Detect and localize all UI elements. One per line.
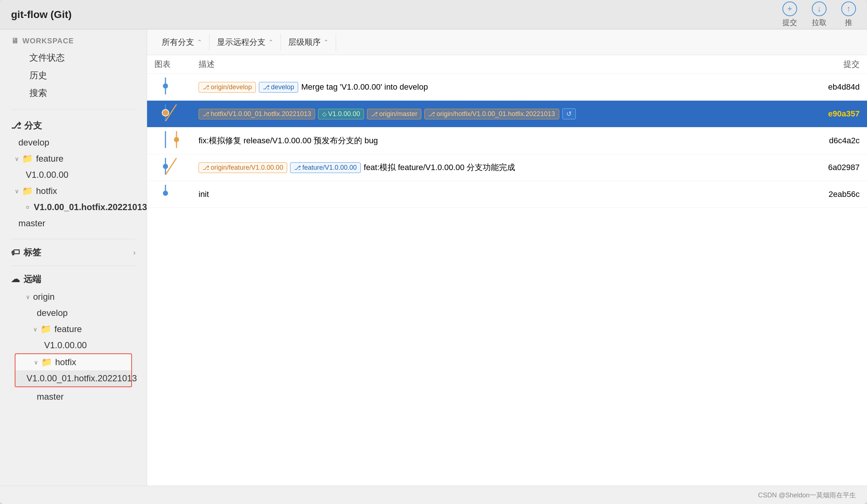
- tags-label: 标签: [24, 246, 41, 258]
- master-label: master: [18, 218, 45, 228]
- commit-row-eb4d84d[interactable]: ⎇ origin/develop ⎇ develop Merge tag 'V1…: [147, 74, 867, 101]
- main-layout: 🖥 WORKSPACE 文件状态 历史 搜索 ⎇ 分支: [0, 29, 867, 486]
- workspace-header: 🖥 WORKSPACE: [11, 37, 136, 45]
- show-remote-label: 显示远程分支: [217, 37, 265, 48]
- tag-icon: 🏷: [11, 247, 20, 258]
- svg-point-4: [162, 109, 169, 116]
- tag-feature-local: ⎇ feature/V1.0.00.00: [290, 162, 361, 173]
- tag-origin-master: ⎇ origin/master: [367, 109, 421, 119]
- commit-row-d6c4a2c[interactable]: fix:模拟修复 release/V1.0.00.00 预发布分支的 bug d…: [147, 127, 867, 154]
- svg-point-12: [163, 191, 168, 196]
- commit-row-6a02987[interactable]: ⎇ origin/feature/V1.0.00.00 ⎇ feature/V1…: [147, 154, 867, 181]
- folder-icon-origin-hotfix: 📁: [41, 357, 52, 367]
- monitor-icon: 🖥: [11, 37, 19, 45]
- folder-icon-hotfix: 📁: [22, 186, 33, 196]
- app-window: git-flow (Git) + 提交 ↓ 拉取 ↑ 推 🖥 WORKSPAC: [0, 0, 867, 504]
- hash-cell-5: 2eab56c: [804, 190, 860, 199]
- desc-cell-1: ⎇ origin/develop ⎇ develop Merge tag 'V1…: [199, 82, 804, 93]
- show-remote-dropdown[interactable]: 显示远程分支 ⌃: [210, 34, 281, 51]
- branches-label: 分支: [24, 120, 42, 132]
- chevron-down-icon: ∨: [15, 155, 19, 162]
- tags-arrow-icon: ›: [133, 248, 136, 257]
- develop-label: develop: [18, 137, 49, 148]
- tag-local-arrow: ↺: [562, 108, 576, 119]
- sidebar-item-search[interactable]: 搜索: [11, 84, 136, 102]
- graph-cell-3: [154, 131, 199, 150]
- desc-cell-2: ⎇ hotfix/V1.0.00_01.hotfix.20221013 ◇ V1…: [199, 108, 804, 119]
- col-commit-header: 提交: [804, 59, 860, 70]
- branch-item-master[interactable]: master: [0, 215, 147, 231]
- hash-cell-4: 6a02987: [804, 163, 860, 172]
- col-graph-header: 图表: [154, 59, 199, 70]
- folder-icon-origin-feature: 📁: [40, 324, 51, 334]
- divider-3: [11, 266, 136, 266]
- commit-label: 提交: [782, 18, 797, 28]
- tag-hotfix-remote: ⎇ hotfix/V1.0.00_01.hotfix.20221013: [199, 109, 315, 119]
- sidebar-item-history[interactable]: 历史: [11, 66, 136, 84]
- push-button[interactable]: ↑ 推: [841, 1, 856, 28]
- commit-row-2eab56c[interactable]: init 2eab56c: [147, 181, 867, 208]
- graph-svg-1: [154, 78, 191, 94]
- sidebar-item-file-status[interactable]: 文件状态: [11, 49, 136, 66]
- hierarchy-arrow-icon: ⌃: [324, 39, 328, 46]
- push-label: 推: [845, 18, 852, 28]
- hotfix-children: ○ V1.0.00_01.hotfix.20221013: [7, 199, 147, 215]
- commit-row-e90a357[interactable]: ⎇ hotfix/V1.0.00_01.hotfix.20221013 ◇ V1…: [147, 101, 867, 127]
- branch-folder-hotfix[interactable]: ∨ 📁 hotfix: [0, 183, 147, 199]
- divider-2: [11, 239, 136, 239]
- branch-item-develop[interactable]: develop: [0, 134, 147, 151]
- origin-label: origin: [33, 292, 55, 302]
- feature-children: V1.0.00.00: [7, 167, 147, 183]
- branch-item-feature-v1[interactable]: V1.0.00.00: [7, 167, 147, 183]
- workspace-label: WORKSPACE: [22, 37, 74, 45]
- feature-label: feature: [36, 154, 64, 164]
- remote-origin-hotfix-folder[interactable]: ∨ 📁 hotfix: [15, 354, 131, 370]
- branch-folder-feature[interactable]: ∨ 📁 feature: [0, 151, 147, 167]
- remote-origin-folder[interactable]: ∨ origin: [11, 289, 136, 305]
- remote-origin-feature-v1[interactable]: V1.0.00.00: [18, 337, 136, 353]
- pull-button[interactable]: ↓ 拉取: [812, 1, 827, 28]
- branches-section: ⎇ 分支 develop ∨ 📁 feature V1.0.00.00: [0, 113, 147, 235]
- folder-icon-feature: 📁: [22, 154, 33, 164]
- remote-origin-master[interactable]: master: [11, 389, 136, 405]
- footer-text: CSDN @Sheldon一莫烟雨在平生: [758, 491, 856, 500]
- tag-origin-feature: ⎇ origin/feature/V1.0.00.00: [199, 162, 287, 173]
- toolbar: 所有分支 ⌃ 显示远程分支 ⌃ 层级顺序 ⌃: [147, 29, 867, 55]
- hash-cell-2: e90a357: [804, 109, 860, 119]
- cloud-icon: ☁: [11, 274, 20, 284]
- desc-cell-4: ⎇ origin/feature/V1.0.00.00 ⎇ feature/V1…: [199, 162, 804, 173]
- hash-cell-3: d6c4a2c: [804, 136, 860, 145]
- branches-header: ⎇ 分支: [0, 117, 147, 134]
- remote-origin-hotfix-v1[interactable]: V1.0.00_01.hotfix.20221013: [15, 370, 131, 386]
- sidebar: 🖥 WORKSPACE 文件状态 历史 搜索 ⎇ 分支: [0, 29, 147, 486]
- chevron-down-icon-origin-hotfix: ∨: [34, 359, 38, 366]
- window-title: git-flow (Git): [11, 9, 782, 21]
- bottom-bar: CSDN @Sheldon一莫烟雨在平生: [0, 486, 867, 504]
- graph-svg-2: [154, 104, 191, 121]
- title-bar-actions: + 提交 ↓ 拉取 ↑ 推: [782, 1, 856, 28]
- desc-cell-3: fix:模拟修复 release/V1.0.00.00 预发布分支的 bug: [199, 135, 804, 146]
- show-remote-arrow-icon: ⌃: [268, 39, 273, 46]
- svg-point-7: [174, 137, 179, 142]
- chevron-down-icon-origin-feature: ∨: [33, 326, 38, 333]
- hierarchy-dropdown[interactable]: 层级顺序 ⌃: [281, 34, 336, 51]
- graph-cell-2: [154, 104, 199, 123]
- chevron-down-icon-hotfix: ∨: [15, 188, 19, 195]
- tags-section[interactable]: 🏷 标签 ›: [0, 243, 147, 262]
- hierarchy-label: 层级顺序: [288, 37, 321, 48]
- all-branches-dropdown[interactable]: 所有分支 ⌃: [154, 34, 210, 51]
- commit-button[interactable]: + 提交: [782, 1, 797, 28]
- tag-v1: ◇ V1.0.00.00: [318, 109, 364, 119]
- svg-point-1: [163, 83, 168, 89]
- pull-label: 拉取: [812, 18, 827, 28]
- branch-icon: ⎇: [11, 120, 21, 131]
- pull-icon: ↓: [812, 1, 827, 16]
- all-branches-label: 所有分支: [162, 37, 194, 48]
- push-icon: ↑: [841, 1, 856, 16]
- remote-origin-develop[interactable]: develop: [11, 305, 136, 321]
- origin-feature-children: V1.0.00.00: [18, 337, 136, 353]
- divider-1: [11, 109, 136, 109]
- graph-content: ⎇ origin/develop ⎇ develop Merge tag 'V1…: [147, 74, 867, 486]
- branch-item-hotfix-v1[interactable]: ○ V1.0.00_01.hotfix.20221013: [7, 199, 147, 215]
- remote-origin-feature-folder[interactable]: ∨ 📁 feature: [11, 321, 136, 337]
